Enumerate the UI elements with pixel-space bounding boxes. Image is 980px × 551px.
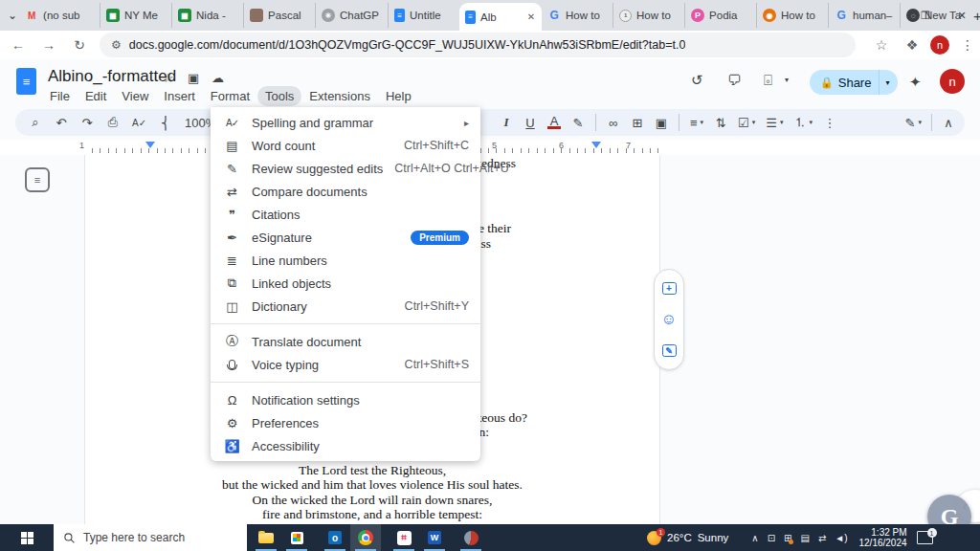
site-info-icon[interactable]: ⚙	[111, 38, 122, 52]
spellcheck-icon[interactable]: A✓	[132, 118, 146, 128]
minimize-button[interactable]: –	[871, 0, 907, 31]
collapse-toolbar-icon[interactable]: ∧	[942, 116, 955, 130]
menu-item-esignature[interactable]: ✒eSignaturePremium	[211, 226, 480, 249]
tab-sheet-nida[interactable]: Nida -	[171, 3, 243, 28]
reload-button[interactable]: ↻	[67, 33, 92, 57]
numbered-list-icon[interactable]: ⒈▾	[793, 114, 813, 131]
taskbar-outlook[interactable]: o	[320, 524, 350, 551]
menu-item-notification-settings[interactable]: ΩNotification settings	[211, 388, 480, 411]
tab-sheet-ny[interactable]: NY Me	[100, 3, 171, 28]
close-window-button[interactable]: ✕	[944, 0, 980, 31]
tray-snip-icon[interactable]: ⊞	[784, 533, 791, 543]
menu-item-accessibility[interactable]: ♿Accessibility	[211, 434, 480, 457]
insert-link-icon[interactable]: ∞	[607, 116, 620, 130]
taskbar-chrome[interactable]	[350, 524, 381, 551]
browser-profile-avatar[interactable]: n	[930, 35, 949, 55]
undo-icon[interactable]: ↶	[55, 116, 68, 130]
align-icon[interactable]: ≡▾	[690, 116, 703, 130]
action-center-icon[interactable]: 1	[917, 531, 933, 544]
menu-item-word-count[interactable]: ▤Word countCtrl+Shift+C	[211, 134, 480, 157]
move-folder-icon[interactable]: ▣	[188, 71, 199, 85]
tab-chatgpt[interactable]: ChatGP	[315, 3, 388, 28]
line-spacing-icon[interactable]: ⇅	[714, 116, 727, 130]
tray-device-icon[interactable]: ▤	[800, 533, 809, 543]
menu-edit[interactable]: Edit	[78, 86, 114, 106]
tab-how-to-3[interactable]: How to	[756, 3, 828, 28]
taskbar-search-input[interactable]: Type here to search	[54, 524, 247, 551]
indent-marker-left[interactable]	[145, 142, 155, 148]
taskbar-slack[interactable]: ⌗	[389, 524, 419, 551]
meet-video-icon[interactable]: ⌻	[764, 72, 772, 89]
emoji-reaction-icon[interactable]: ☺	[661, 311, 677, 328]
taskbar-file-explorer[interactable]	[251, 524, 281, 551]
share-caret-icon[interactable]: ▾	[880, 78, 895, 87]
text-color-icon[interactable]: A	[547, 116, 561, 129]
star-document-icon[interactable]: ☆	[163, 71, 174, 85]
menu-item-linked-objects[interactable]: ⧉Linked objects	[211, 272, 480, 295]
docs-logo[interactable]: ≡	[16, 68, 36, 95]
add-comment-icon[interactable]: +	[662, 282, 677, 295]
redo-icon[interactable]: ↷	[80, 116, 94, 130]
print-icon[interactable]: ⎙	[106, 115, 120, 130]
tab-podia[interactable]: Podia	[684, 3, 756, 28]
tray-app-icon[interactable]: ⊡	[768, 533, 775, 543]
add-comment-icon[interactable]: ⊞	[631, 116, 644, 130]
tray-chevron-up-icon[interactable]: ∧	[751, 533, 758, 543]
taskbar-ms-store[interactable]	[281, 524, 312, 551]
menu-view[interactable]: View	[114, 86, 156, 106]
maximize-button[interactable]: ❐	[907, 0, 944, 31]
chevron-down-icon[interactable]: ▾	[785, 76, 789, 84]
menu-item-translate-document[interactable]: ⒶTranslate document	[211, 330, 480, 353]
italic-icon[interactable]: I	[500, 115, 513, 130]
tab-how-to-2[interactable]: How to	[612, 3, 684, 28]
menu-help[interactable]: Help	[378, 86, 419, 106]
taskbar-weather[interactable]: 1 26°C Sunny	[647, 531, 728, 545]
menu-item-voice-typing[interactable]: Voice typingCtrl+Shift+S	[211, 353, 480, 376]
back-button[interactable]: ←	[6, 33, 31, 57]
taskbar-app[interactable]	[456, 524, 486, 551]
more-options-icon[interactable]: ⋮	[823, 116, 836, 130]
close-tab-icon[interactable]: ✕	[526, 11, 536, 22]
start-button[interactable]	[0, 524, 54, 551]
taskbar-clock[interactable]: 1:32 PM 12/16/2024	[859, 527, 907, 548]
suggest-edits-icon[interactable]: ✎	[662, 344, 677, 357]
tab-pascal[interactable]: Pascal	[243, 3, 315, 28]
gemini-sparkle-icon[interactable]: ✦	[909, 74, 922, 91]
menu-item-citations[interactable]: ❞Citations	[211, 203, 480, 226]
search-menus-icon[interactable]: ⌕	[29, 115, 42, 130]
share-button[interactable]: 🔒 Share ▾	[810, 70, 898, 95]
checklist-icon[interactable]: ☑▾	[738, 116, 755, 130]
tab-search-icon[interactable]: ⌄	[8, 3, 17, 28]
editing-mode-icon[interactable]: ✎▾	[905, 116, 922, 130]
menu-file[interactable]: File	[42, 86, 78, 106]
menu-extensions[interactable]: Extensions	[301, 86, 378, 106]
extensions-icon[interactable]: ❖	[900, 33, 924, 57]
menu-item-compare-documents[interactable]: ⇄Compare documents	[211, 180, 480, 203]
highlight-icon[interactable]: ✎	[571, 116, 585, 130]
insert-image-icon[interactable]: ▣	[655, 116, 668, 130]
docs-profile-avatar[interactable]: n	[940, 69, 965, 94]
menu-tools[interactable]: Tools	[257, 86, 301, 106]
menu-item-dictionary[interactable]: ◫DictionaryCtrl+Shift+Y	[211, 295, 480, 318]
document-tabs-icon[interactable]: ≡	[25, 167, 50, 192]
bookmark-star-icon[interactable]: ☆	[869, 33, 894, 57]
tray-network-icon[interactable]: ⇄	[818, 533, 826, 543]
bulleted-list-icon[interactable]: ☰▾	[766, 116, 783, 130]
tab-albino-active[interactable]: Alb✕	[459, 3, 542, 31]
version-history-icon[interactable]: ↺	[691, 72, 703, 89]
comments-icon[interactable]: 🗩	[727, 72, 742, 88]
paint-format-icon[interactable]: ⎨	[159, 116, 172, 130]
tab-gmail[interactable]: (no sub	[19, 3, 100, 28]
browser-menu-icon[interactable]: ⋮	[955, 33, 980, 57]
taskbar-word[interactable]: W	[419, 524, 450, 551]
indent-marker-right[interactable]	[591, 142, 601, 148]
menu-item-spelling-and-grammar[interactable]: A✓Spelling and grammar▸	[211, 111, 480, 134]
underline-icon[interactable]: U	[523, 116, 537, 130]
tab-untitled-doc[interactable]: Untitle	[388, 3, 459, 28]
menu-insert[interactable]: Insert	[156, 86, 203, 106]
tray-volume-icon[interactable]: ◄)	[835, 533, 847, 543]
address-bar[interactable]: ⚙ docs.google.com/document/d/1O3hQOZVmgG…	[100, 33, 856, 57]
menu-format[interactable]: Format	[203, 86, 257, 106]
menu-item-line-numbers[interactable]: ≣Line numbers	[211, 249, 480, 272]
forward-button[interactable]: →	[36, 33, 61, 57]
